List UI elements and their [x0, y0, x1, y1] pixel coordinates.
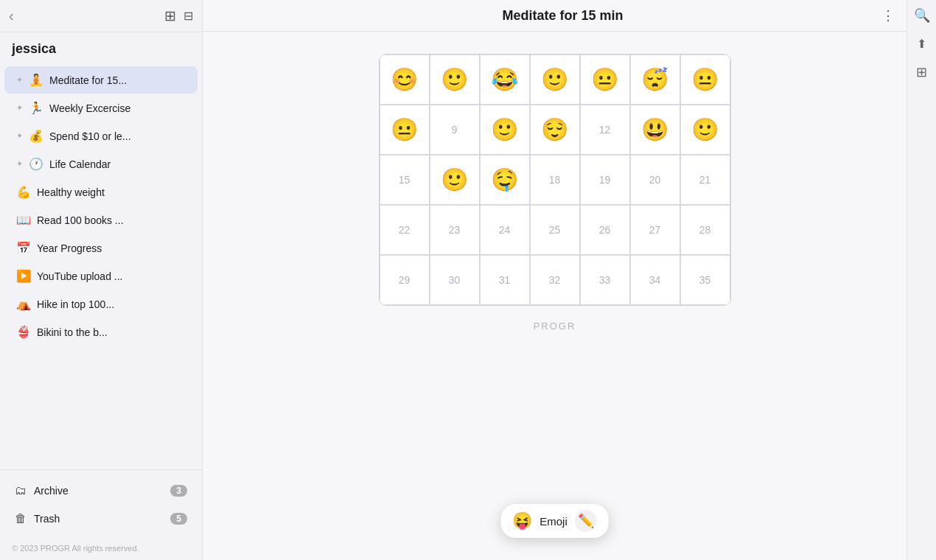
sidebar: ‹ ⊞ ⊟ jessica ✦🧘Meditate for 15...✦🏃Week… [0, 0, 203, 560]
main-header: Meditate for 15 min ⋮ [203, 0, 907, 32]
grid-cell-5[interactable]: 😐 [580, 55, 630, 105]
grid-cell-18[interactable]: 18 [530, 155, 580, 205]
popup-edit-button[interactable]: ✏️ [575, 510, 597, 532]
grid-cell-16[interactable]: 🙂 [430, 155, 480, 205]
sidebar-item-weekly-exercise[interactable]: ✦🏃Weekly Excercise [4, 94, 198, 122]
grid-cell-32[interactable]: 32 [530, 255, 580, 305]
grid-cell-26[interactable]: 26 [580, 205, 630, 255]
nav-item-label: Bikini to the b... [37, 326, 108, 338]
nav-item-label: Read 100 books ... [37, 214, 124, 226]
cell-number: 21 [699, 174, 711, 186]
grid-cell-14[interactable]: 🙂 [680, 105, 730, 155]
grid-cell-8[interactable]: 😐 [380, 105, 430, 155]
cell-number: 23 [449, 224, 461, 236]
cell-number: 26 [599, 224, 611, 236]
cell-emoji: 😴 [641, 69, 668, 91]
grid-view-icon[interactable]: ⊞ [916, 64, 927, 80]
cell-number: 12 [599, 124, 611, 136]
nav-item-emoji: 🕐 [29, 157, 43, 171]
grid-cell-10[interactable]: 🙂 [480, 105, 530, 155]
cell-emoji: 🙂 [491, 119, 518, 141]
cell-number: 30 [449, 274, 461, 286]
nav-item-label: Spend $10 or le... [49, 130, 131, 142]
zoom-in-icon[interactable]: 🔍 [914, 7, 930, 24]
filter-icon[interactable]: ⊟ [184, 9, 193, 23]
cell-number: 35 [699, 274, 711, 286]
add-icon[interactable]: ⊞ [164, 7, 176, 24]
sidebar-item-youtube[interactable]: ▶️YouTube upload ... [4, 262, 198, 290]
archive-item[interactable]: 🗂 Archive 3 [6, 477, 196, 504]
grid-cell-23[interactable]: 23 [430, 205, 480, 255]
cell-emoji: 😌 [541, 119, 568, 141]
popup-emoji: 😝 [512, 511, 532, 531]
grid-cell-22[interactable]: 22 [380, 205, 430, 255]
cell-number: 34 [649, 274, 661, 286]
nav-item-label: Hike in top 100... [37, 298, 114, 310]
grid-cell-31[interactable]: 31 [480, 255, 530, 305]
nav-item-emoji: 💰 [29, 129, 43, 143]
cell-emoji: 😂 [491, 69, 518, 91]
grid-cell-12[interactable]: 12 [580, 105, 630, 155]
sidebar-item-healthy-weight[interactable]: 💪Healthy weight [4, 178, 198, 206]
sidebar-item-year-progress[interactable]: 📅Year Progress [4, 234, 198, 262]
nav-list: ✦🧘Meditate for 15...✦🏃Weekly Excercise✦💰… [0, 63, 202, 469]
grid-cell-25[interactable]: 25 [530, 205, 580, 255]
user-name: jessica [0, 32, 202, 63]
grid-cell-20[interactable]: 20 [630, 155, 680, 205]
grid-cell-35[interactable]: 35 [680, 255, 730, 305]
nav-item-emoji: 🏃 [29, 101, 43, 115]
progr-label: PROGR [534, 321, 576, 332]
share-icon[interactable]: ⬆ [917, 37, 926, 51]
grid-cell-4[interactable]: 🙂 [530, 55, 580, 105]
header-right: ⋮ [881, 7, 895, 24]
cell-number: 18 [549, 174, 561, 186]
grid-cell-6[interactable]: 😴 [630, 55, 680, 105]
grid-cell-24[interactable]: 24 [480, 205, 530, 255]
nav-item-emoji: ▶️ [16, 269, 31, 283]
grid-cell-33[interactable]: 33 [580, 255, 630, 305]
grid-cell-34[interactable]: 34 [630, 255, 680, 305]
more-options-icon[interactable]: ⋮ [881, 7, 895, 24]
grid-cell-13[interactable]: 😃 [630, 105, 680, 155]
right-panel: 🔍 ⬆ ⊞ [907, 0, 936, 560]
grid-cell-7[interactable]: 😐 [680, 55, 730, 105]
grid-cell-2[interactable]: 🙂 [430, 55, 480, 105]
grid-cell-15[interactable]: 15 [380, 155, 430, 205]
cell-emoji: 😃 [641, 119, 668, 141]
nav-item-emoji: 📖 [16, 213, 31, 227]
sidebar-item-bikini[interactable]: 👙Bikini to the b... [4, 318, 198, 346]
nav-item-emoji: 👙 [16, 325, 31, 339]
grid-cell-17[interactable]: 🤤 [480, 155, 530, 205]
cell-number: 15 [399, 174, 411, 186]
grid-cell-19[interactable]: 19 [580, 155, 630, 205]
grid-cell-3[interactable]: 😂 [480, 55, 530, 105]
grid-cell-9[interactable]: 9 [430, 105, 480, 155]
cell-number: 25 [549, 224, 561, 236]
trash-item[interactable]: 🗑 Trash 5 [6, 505, 196, 532]
grid-cell-21[interactable]: 21 [680, 155, 730, 205]
cell-number: 32 [549, 274, 561, 286]
sidebar-item-hike[interactable]: ⛺Hike in top 100... [4, 290, 198, 318]
trash-label: Trash [34, 513, 163, 525]
back-button[interactable]: ‹ [9, 7, 14, 24]
grid-cell-30[interactable]: 30 [430, 255, 480, 305]
cell-number: 9 [452, 124, 458, 136]
grid-cell-11[interactable]: 😌 [530, 105, 580, 155]
nav-item-label: YouTube upload ... [37, 270, 123, 282]
grid-cell-29[interactable]: 29 [380, 255, 430, 305]
sidebar-item-read-100[interactable]: 📖Read 100 books ... [4, 206, 198, 234]
grid-cell-28[interactable]: 28 [680, 205, 730, 255]
grid-cell-27[interactable]: 27 [630, 205, 680, 255]
nav-item-label: Meditate for 15... [49, 74, 127, 86]
grid-cell-1[interactable]: 😊 [380, 55, 430, 105]
sidebar-actions: ⊞ ⊟ [164, 7, 193, 24]
emoji-grid[interactable]: 😊🙂😂🙂😐😴😐😐9🙂😌12😃🙂15🙂🤤181920212223242526272… [379, 54, 731, 306]
cell-number: 31 [499, 274, 511, 286]
pin-icon: ✦ [16, 159, 23, 169]
pin-icon: ✦ [16, 103, 23, 113]
sidebar-item-spend[interactable]: ✦💰Spend $10 or le... [4, 122, 198, 150]
nav-item-emoji: 📅 [16, 241, 31, 255]
sidebar-item-life-calendar[interactable]: ✦🕐Life Calendar [4, 150, 198, 178]
sidebar-item-meditate[interactable]: ✦🧘Meditate for 15... [4, 66, 198, 94]
archive-badge: 3 [170, 485, 187, 497]
